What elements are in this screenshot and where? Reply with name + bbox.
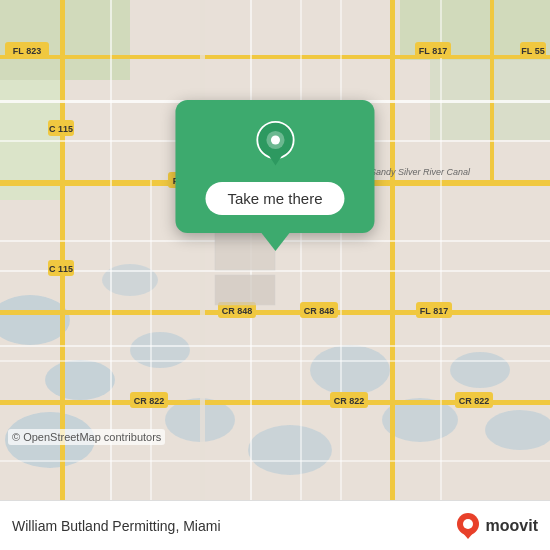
svg-text:FL 817: FL 817 [420, 306, 448, 316]
location-pin-icon [250, 120, 300, 170]
svg-rect-19 [0, 55, 550, 59]
svg-marker-67 [266, 152, 284, 166]
svg-rect-23 [490, 0, 494, 180]
svg-rect-30 [0, 460, 550, 462]
svg-marker-70 [462, 532, 474, 539]
bottom-bar: William Butland Permitting, Miami moovit [0, 500, 550, 550]
svg-rect-35 [340, 0, 342, 500]
svg-rect-22 [390, 0, 395, 500]
svg-rect-21 [200, 0, 205, 500]
svg-text:C 115: C 115 [49, 124, 73, 134]
svg-text:CR 848: CR 848 [304, 306, 335, 316]
svg-point-14 [248, 425, 332, 475]
svg-point-12 [450, 352, 510, 388]
svg-point-8 [130, 332, 190, 368]
moovit-icon [454, 512, 482, 540]
svg-point-10 [310, 345, 390, 395]
svg-point-66 [270, 135, 279, 144]
svg-rect-29 [0, 360, 550, 362]
take-me-there-button[interactable]: Take me there [205, 182, 344, 215]
svg-text:FL 55: FL 55 [521, 46, 544, 56]
svg-text:CR 848: CR 848 [222, 306, 253, 316]
svg-rect-34 [300, 0, 302, 500]
svg-point-69 [463, 519, 473, 529]
svg-rect-31 [110, 0, 112, 500]
svg-rect-20 [60, 0, 65, 500]
svg-text:Sandy Silver River Canal: Sandy Silver River Canal [370, 167, 471, 177]
svg-text:C 115: C 115 [49, 264, 73, 274]
svg-rect-28 [0, 345, 550, 347]
svg-rect-17 [0, 310, 550, 315]
svg-text:FL 817: FL 817 [419, 46, 447, 56]
svg-point-6 [45, 360, 115, 400]
moovit-logo: moovit [454, 512, 538, 540]
map-container: FL 823 FL 55 FL 817 FL 818 FL 817 C 115 … [0, 0, 550, 500]
svg-rect-36 [440, 0, 442, 500]
svg-rect-32 [150, 180, 152, 500]
svg-text:CR 822: CR 822 [134, 396, 165, 406]
moovit-logo-text: moovit [486, 517, 538, 535]
popup-card: Take me there [175, 100, 374, 233]
svg-text:CR 822: CR 822 [334, 396, 365, 406]
svg-rect-27 [0, 270, 550, 272]
svg-rect-63 [215, 275, 275, 305]
location-label: William Butland Permitting, Miami [12, 518, 454, 534]
copyright-text: © OpenStreetMap contributors [8, 429, 165, 445]
svg-text:FL 823: FL 823 [13, 46, 41, 56]
svg-text:CR 822: CR 822 [459, 396, 490, 406]
